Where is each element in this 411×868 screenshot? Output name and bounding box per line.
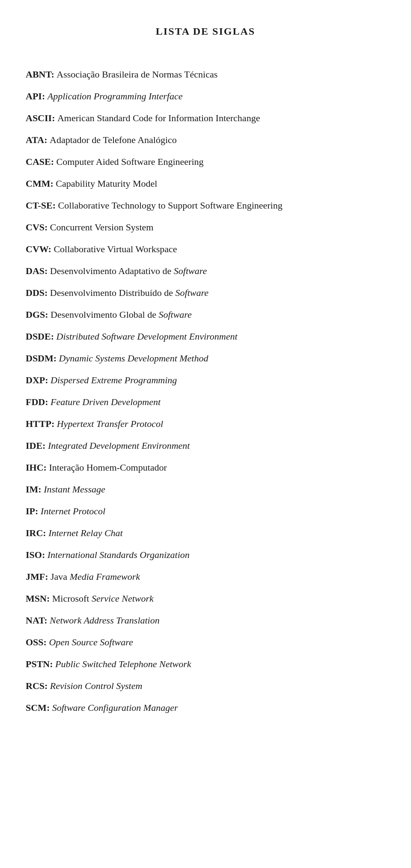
list-item: SCM: Software Configuration Manager [26, 701, 385, 715]
acronym-value: Dispersed Extreme Programming [51, 375, 177, 385]
acronym-key: IM: [26, 484, 44, 495]
acronym-value: Adaptador de Telefone Analógico [50, 134, 177, 145]
list-item: JMF: Java Media Framework [26, 570, 385, 584]
acronym-value: Hypertext Transfer Protocol [57, 418, 164, 429]
list-item: IDE: Integrated Development Environment [26, 438, 385, 453]
acronym-key: CVS: [26, 222, 50, 233]
acronym-value: Feature Driven Development [51, 397, 161, 407]
list-item: ASCII: American Standard Code for Inform… [26, 111, 385, 125]
list-item: CT-SE: Collaborative Technology to Suppo… [26, 198, 385, 212]
acronym-value: International Standards Organization [48, 549, 190, 560]
list-item: IHC: Interação Homem-Computador [26, 460, 385, 474]
acronym-value: Open Source Software [49, 637, 133, 647]
list-item: PSTN: Public Switched Telephone Network [26, 657, 385, 671]
acronym-key: MSN: [26, 593, 52, 604]
acronym-key: DDS: [26, 287, 50, 298]
acronym-key: ATA: [26, 134, 50, 145]
list-item: API: Application Programming Interface [26, 89, 385, 103]
acronym-list: ABNT: Associação Brasileira de Normas Té… [26, 67, 385, 715]
acronym-value: Software [176, 287, 208, 298]
acronym-key: CMM: [26, 178, 56, 189]
page-title: LISTA DE SIGLAS [26, 26, 385, 37]
acronym-value: Network Address Translation [50, 615, 160, 626]
acronym-key: API: [26, 91, 48, 101]
acronym-value: Concurrent Version System [50, 222, 154, 233]
acronym-value: Internet Relay Chat [48, 528, 123, 538]
list-item: HTTP: Hypertext Transfer Protocol [26, 417, 385, 431]
acronym-value: Collaborative Technology to Support Soft… [58, 200, 283, 211]
acronym-key: IRC: [26, 528, 48, 538]
acronym-key: RCS: [26, 680, 50, 691]
acronym-key: JMF: [26, 571, 51, 582]
list-item: ABNT: Associação Brasileira de Normas Té… [26, 67, 385, 81]
acronym-key: DGS: [26, 309, 51, 320]
acronym-key: NAT: [26, 615, 50, 626]
acronym-key: IHC: [26, 462, 49, 473]
acronym-value: Software [158, 309, 191, 320]
acronym-value: Computer Aided Software Engineering [57, 156, 204, 167]
list-item: IM: Instant Message [26, 482, 385, 496]
list-item: ATA: Adaptador de Telefone Analógico [26, 133, 385, 147]
acronym-value: Application Programming Interface [48, 91, 183, 101]
acronym-value: Software [174, 265, 207, 276]
list-item: CVW: Collaborative Virtual Workspace [26, 242, 385, 256]
acronym-key: HTTP: [26, 418, 57, 429]
acronym-value: Microsoft [52, 593, 92, 604]
list-item: IP: Internet Protocol [26, 504, 385, 518]
acronym-key: CASE: [26, 156, 57, 167]
acronym-key: CVW: [26, 244, 54, 254]
acronym-key: OSS: [26, 637, 49, 647]
list-item: DSDM: Dynamic Systems Development Method [26, 351, 385, 365]
acronym-key: IP: [26, 506, 41, 516]
list-item: DXP: Dispersed Extreme Programming [26, 373, 385, 387]
acronym-key: DXP: [26, 375, 51, 385]
acronym-key: PSTN: [26, 659, 55, 669]
acronym-key: DSDE: [26, 331, 57, 342]
list-item: OSS: Open Source Software [26, 635, 385, 649]
list-item: IRC: Internet Relay Chat [26, 526, 385, 540]
acronym-value: Internet Protocol [41, 506, 105, 516]
acronym-value: Service Network [92, 593, 154, 604]
list-item: DAS: Desenvolvimento Adaptativo de Softw… [26, 264, 385, 278]
acronym-value: Associação Brasileira de Normas Técnicas [57, 69, 217, 80]
acronym-key: DSDM: [26, 353, 59, 364]
acronym-key: ISO: [26, 549, 48, 560]
acronym-value: Desenvolvimento Distribuído de [50, 287, 176, 298]
list-item: DDS: Desenvolvimento Distribuído de Soft… [26, 286, 385, 300]
acronym-value: Desenvolvimento Adaptativo de [50, 265, 174, 276]
list-item: DSDE: Distributed Software Development E… [26, 329, 385, 343]
acronym-key: FDD: [26, 397, 51, 407]
acronym-value: Instant Message [44, 484, 105, 495]
list-item: CASE: Computer Aided Software Engineerin… [26, 155, 385, 169]
list-item: MSN: Microsoft Service Network [26, 591, 385, 606]
acronym-value: Revision Control System [50, 680, 143, 691]
list-item: NAT: Network Address Translation [26, 613, 385, 627]
acronym-key: ABNT: [26, 69, 57, 80]
acronym-key: DAS: [26, 265, 50, 276]
list-item: ISO: International Standards Organizatio… [26, 548, 385, 562]
acronym-value: Software Configuration Manager [52, 702, 178, 713]
acronym-value: Distributed Software Development Environ… [57, 331, 238, 342]
acronym-value: Interação Homem-Computador [49, 462, 167, 473]
acronym-value: Desenvolvimento Global de [51, 309, 158, 320]
list-item: CMM: Capability Maturity Model [26, 176, 385, 191]
acronym-key: IDE: [26, 440, 48, 451]
acronym-value: Dynamic Systems Development Method [59, 353, 208, 364]
acronym-value: Integrated Development Environment [48, 440, 190, 451]
list-item: FDD: Feature Driven Development [26, 395, 385, 409]
acronym-key: ASCII: [26, 113, 57, 123]
list-item: RCS: Revision Control System [26, 679, 385, 693]
acronym-value: American Standard Code for Information I… [57, 113, 260, 123]
acronym-value: Collaborative Virtual Workspace [54, 244, 177, 254]
list-item: DGS: Desenvolvimento Global de Software [26, 307, 385, 322]
acronym-value: Capability Maturity Model [56, 178, 157, 189]
acronym-key: SCM: [26, 702, 52, 713]
acronym-value: Media Framework [70, 571, 140, 582]
list-item: CVS: Concurrent Version System [26, 220, 385, 234]
acronym-key: CT-SE: [26, 200, 58, 211]
acronym-value: Public Switched Telephone Network [55, 659, 191, 669]
acronym-value: Java [51, 571, 70, 582]
